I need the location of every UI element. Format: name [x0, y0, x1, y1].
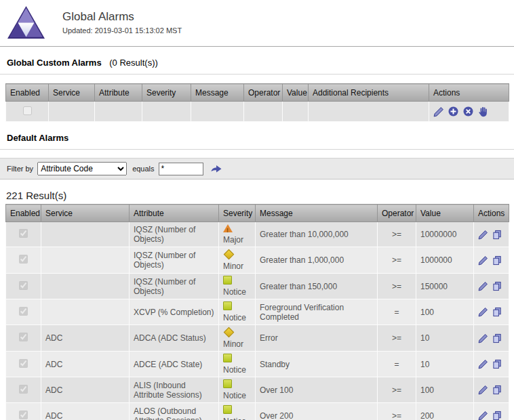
- attribute-cell: ADCA (ADC Status): [130, 325, 219, 352]
- edit-button[interactable]: [478, 281, 488, 291]
- value-cell: 10: [416, 352, 474, 377]
- attribute-cell: ADCE (ADC State): [130, 352, 219, 377]
- filter-go-button[interactable]: [210, 164, 222, 174]
- col-severity: Severity: [219, 205, 256, 222]
- actions-cell: [474, 403, 509, 420]
- enabled-cell: [6, 299, 41, 325]
- copy-button[interactable]: [492, 333, 502, 343]
- value-cell: 10: [416, 325, 474, 352]
- actions-cell: [474, 325, 509, 352]
- severity-cell: Major: [219, 222, 256, 247]
- severity-icon: [223, 276, 232, 285]
- copy-button[interactable]: [492, 411, 502, 420]
- copy-icon: [492, 333, 502, 343]
- edit-button[interactable]: [478, 255, 488, 266]
- enabled-checkbox[interactable]: [19, 229, 28, 238]
- table-header-row: Enabled Service Attribute Severity Messa…: [6, 84, 509, 102]
- severity-label: Notice: [223, 365, 251, 375]
- message-cell: Greater than 1,000,000: [256, 247, 378, 274]
- pencil-icon: [433, 106, 444, 117]
- severity-icon: [223, 301, 232, 310]
- enabled-cell: [6, 102, 49, 122]
- filter-by-label: Filter by: [7, 165, 33, 173]
- equals-label: equals: [132, 165, 154, 173]
- severity-label: Major: [223, 235, 251, 245]
- severity-icon: [223, 354, 232, 362]
- actions-cell: [474, 247, 509, 274]
- edit-button[interactable]: [478, 385, 488, 395]
- table-row: ADC ADCE (ADC State) Notice Standby = 10: [6, 352, 509, 377]
- copy-icon: [492, 255, 502, 266]
- severity-cell: Notice: [219, 274, 256, 299]
- attribute-cell: XCVP (% Completion): [130, 299, 219, 325]
- copy-button[interactable]: [492, 230, 502, 240]
- filter-value-input[interactable]: [159, 163, 203, 175]
- add-button[interactable]: [448, 106, 458, 117]
- severity-cell: Minor: [219, 247, 256, 274]
- service-cell: [41, 274, 130, 299]
- col-additional-recipients: Additional Recipients: [309, 84, 429, 102]
- actions-cell: [474, 222, 509, 247]
- edit-button[interactable]: [433, 106, 444, 117]
- severity-label: Notice: [223, 287, 251, 297]
- remove-button[interactable]: [463, 106, 473, 117]
- value-cell: 150000: [416, 274, 474, 299]
- arrow-icon: [210, 164, 222, 174]
- col-enabled: Enabled: [6, 205, 41, 222]
- copy-button[interactable]: [492, 307, 502, 317]
- service-cell: [41, 222, 130, 247]
- severity-cell: Notice: [219, 299, 256, 325]
- operator-cell: >=: [378, 222, 416, 247]
- edit-button[interactable]: [478, 230, 488, 240]
- header-divider: [0, 46, 514, 47]
- col-value: Value: [283, 84, 309, 102]
- service-cell: ADC: [41, 377, 130, 403]
- custom-alarms-heading: Global Custom Alarms (0 Result(s)): [7, 58, 514, 68]
- enabled-checkbox[interactable]: [19, 307, 28, 316]
- copy-button[interactable]: [492, 255, 502, 266]
- enabled-checkbox[interactable]: [23, 106, 32, 115]
- triangle-logo-icon: [7, 5, 45, 39]
- enabled-checkbox[interactable]: [19, 385, 28, 394]
- attribute-cell: ALOS (Outbound Attribute Sessions): [130, 403, 219, 420]
- edit-button[interactable]: [478, 359, 488, 369]
- col-severity: Severity: [142, 84, 191, 102]
- plus-circle-icon: [448, 106, 458, 117]
- copy-button[interactable]: [492, 385, 502, 395]
- service-cell: ADC: [41, 352, 130, 377]
- severity-icon: [223, 405, 232, 414]
- attribute-cell: ALIS (Inbound Attribute Sessions): [130, 377, 219, 403]
- message-cell: Greater than 10,000,000: [256, 222, 378, 247]
- col-operator: Operator: [378, 205, 416, 222]
- enabled-checkbox[interactable]: [19, 255, 28, 264]
- enabled-cell: [6, 274, 41, 299]
- enabled-checkbox[interactable]: [19, 281, 28, 290]
- table-row: IQSZ (Number of Objects) Minor Greater t…: [6, 247, 509, 274]
- severity-icon: [223, 379, 232, 388]
- default-alarms-heading: Default Alarms: [7, 133, 514, 143]
- edit-button[interactable]: [478, 333, 488, 343]
- enabled-checkbox[interactable]: [19, 333, 28, 341]
- severity-label: Notice: [223, 417, 251, 420]
- enabled-cell: [6, 352, 41, 377]
- enabled-checkbox[interactable]: [19, 411, 28, 419]
- enabled-cell: [6, 247, 41, 274]
- results-count: 221 Result(s): [6, 190, 514, 201]
- copy-button[interactable]: [492, 359, 502, 369]
- enabled-checkbox[interactable]: [19, 359, 28, 368]
- copy-icon: [492, 359, 502, 369]
- copy-button[interactable]: [492, 281, 502, 291]
- value-cell: 100: [416, 377, 474, 403]
- edit-button[interactable]: [478, 411, 488, 420]
- pencil-icon: [478, 255, 488, 266]
- enabled-cell: [6, 325, 41, 352]
- value-cell: 100: [416, 299, 474, 325]
- severity-cell: Notice: [219, 403, 256, 420]
- custom-alarms-title: Global Custom Alarms: [7, 58, 102, 68]
- copy-icon: [492, 385, 502, 395]
- edit-button[interactable]: [478, 307, 488, 317]
- apply-button[interactable]: [477, 106, 488, 117]
- filter-attribute-select[interactable]: Attribute Code: [37, 162, 127, 175]
- value-cell: [283, 102, 309, 122]
- enabled-cell: [6, 403, 41, 420]
